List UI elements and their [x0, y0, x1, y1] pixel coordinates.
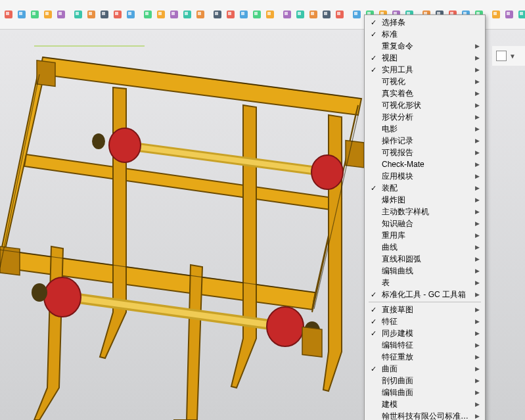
svg-marker-81 — [24, 154, 342, 211]
shell-button[interactable] — [194, 7, 206, 22]
menu-item-特征重放[interactable]: 特征重放▶ — [366, 351, 484, 363]
revolve-button[interactable] — [142, 7, 154, 22]
extrude-button[interactable] — [125, 7, 137, 22]
draft-button[interactable] — [212, 7, 223, 22]
new-button[interactable] — [3, 7, 14, 22]
svg-point-93 — [44, 277, 81, 317]
menu-item-编辑特征[interactable]: 编辑特征▶ — [366, 339, 484, 351]
wcs-button[interactable] — [351, 7, 363, 22]
right-panel-toggle[interactable]: ▼ — [492, 46, 525, 66]
submenu-arrow-icon: ▶ — [475, 197, 480, 203]
menu-item-建模[interactable]: 建模▶ — [366, 398, 484, 410]
svg-point-92 — [311, 155, 343, 189]
svg-marker-79 — [0, 66, 43, 273]
hole-button[interactable] — [155, 7, 167, 22]
checkmark-icon: ✓ — [369, 317, 378, 326]
submenu-arrow-icon: ▶ — [475, 126, 480, 132]
render-button[interactable] — [308, 7, 319, 22]
checkmark-icon: ✓ — [369, 18, 378, 27]
menu-item-操作记录[interactable]: 操作记录▶ — [366, 135, 484, 147]
menu-item-label: 剖切曲面 — [382, 375, 413, 386]
blend-button[interactable] — [168, 7, 180, 22]
submenu-arrow-icon: ▶ — [475, 389, 480, 396]
menu-item-电影[interactable]: 电影▶ — [366, 123, 484, 135]
wire-button[interactable] — [490, 7, 502, 22]
measure-button[interactable] — [281, 7, 293, 22]
pattern-button[interactable] — [238, 7, 250, 22]
menu-item-剖切曲面[interactable]: 剖切曲面▶ — [366, 375, 484, 386]
menu-item-标准化工具GC工具箱[interactable]: ✓标准化工具 - GC 工具箱▶ — [366, 289, 484, 300]
menu-item-重复命令[interactable]: 重复命令▶ — [366, 40, 484, 52]
menu-item-视图[interactable]: ✓视图▶ — [366, 52, 484, 64]
svg-rect-11 — [76, 12, 79, 15]
svg-marker-83 — [231, 105, 256, 388]
menu-item-形状分析[interactable]: 形状分析▶ — [366, 111, 484, 123]
menu-item-label: 直线和圆弧 — [382, 254, 421, 265]
submenu-arrow-icon: ▶ — [475, 306, 480, 313]
sketch-button[interactable] — [112, 7, 124, 22]
menu-item-选择条[interactable]: ✓选择条 — [366, 16, 484, 28]
menu-item-label: 重用库 — [382, 230, 405, 241]
checkmark-icon — [369, 89, 378, 98]
menu-item-装配[interactable]: ✓装配▶ — [366, 182, 484, 194]
menu-item-曲面[interactable]: ✓曲面▶ — [366, 363, 484, 375]
menu-item-可视化[interactable]: 可视化▶ — [366, 76, 484, 87]
mirror-button[interactable] — [225, 7, 237, 22]
menu-item-应用模块[interactable]: 应用模块▶ — [366, 170, 484, 182]
cut-button[interactable] — [72, 7, 84, 22]
submenu-arrow-icon: ▶ — [475, 102, 480, 108]
svg-rect-49 — [337, 12, 340, 15]
assembly-button[interactable] — [251, 7, 263, 22]
menu-item-直线和圆弧[interactable]: 直线和圆弧▶ — [366, 253, 484, 265]
menu-item-label: 建模 — [382, 399, 398, 410]
panel-icon — [496, 51, 507, 61]
analysis-button[interactable] — [294, 7, 306, 22]
svg-point-95 — [92, 133, 105, 149]
menu-item-同步建模[interactable]: ✓同步建模▶ — [366, 327, 484, 339]
checkmark-icon: ✓ — [369, 183, 378, 193]
submenu-arrow-icon: ▶ — [475, 55, 480, 61]
menu-item-编辑曲面[interactable]: 编辑曲面▶ — [366, 386, 484, 398]
menu-item-爆炸图[interactable]: 爆炸图▶ — [366, 194, 484, 206]
menu-item-主动数字样机[interactable]: 主动数字样机▶ — [366, 206, 484, 218]
menu-item-真实着色[interactable]: 真实着色▶ — [366, 87, 484, 99]
menu-item-重用库[interactable]: 重用库▶ — [366, 229, 484, 241]
menu-item-label: 形状分析 — [382, 112, 413, 123]
view-button[interactable] — [321, 7, 332, 22]
menu-item-表[interactable]: 表▶ — [366, 277, 484, 289]
paste-button[interactable] — [99, 7, 110, 22]
svg-rect-43 — [298, 12, 301, 15]
menu-item-实用工具[interactable]: ✓实用工具▶ — [366, 64, 484, 76]
layer-button[interactable] — [334, 7, 346, 22]
submenu-arrow-icon: ▶ — [475, 244, 480, 250]
section-button[interactable] — [516, 7, 525, 22]
menu-item-label: 可视报告 — [382, 147, 413, 158]
menu-separator — [369, 302, 481, 302]
checkmark-icon — [369, 231, 378, 240]
redo-button[interactable] — [55, 7, 67, 22]
menu-item-可视化形状[interactable]: 可视化形状▶ — [366, 99, 484, 111]
checkmark-icon — [369, 388, 378, 397]
menu-item-编辑曲线[interactable]: 编辑曲线▶ — [366, 265, 484, 277]
submenu-arrow-icon: ▶ — [475, 149, 480, 156]
menu-item-曲线[interactable]: 曲线▶ — [366, 241, 484, 253]
checkmark-icon — [369, 376, 378, 385]
open-button[interactable] — [16, 7, 28, 22]
menu-item-翰世科技有限公司标准件库工具条[interactable]: 翰世科技有限公司标准件库工具条▶ — [366, 410, 484, 420]
svg-rect-25 — [171, 12, 175, 15]
menu-item-CheckMate[interactable]: Check-Mate▶ — [366, 158, 484, 170]
svg-rect-23 — [158, 12, 162, 15]
menu-item-标准[interactable]: ✓标准 — [366, 28, 484, 40]
chamfer-button[interactable] — [181, 7, 193, 22]
hidden-button[interactable] — [503, 7, 515, 22]
copy-button[interactable] — [85, 7, 97, 22]
save-button[interactable] — [29, 7, 41, 22]
undo-button[interactable] — [42, 7, 54, 22]
svg-rect-19 — [128, 12, 131, 15]
menu-item-直接草图[interactable]: ✓直接草图▶ — [366, 304, 484, 315]
menu-item-可视报告[interactable]: 可视报告▶ — [366, 147, 484, 158]
menu-item-特征[interactable]: ✓特征▶ — [366, 315, 484, 327]
menu-item-知识融合[interactable]: 知识融合▶ — [366, 218, 484, 229]
constraint-button[interactable] — [264, 7, 276, 22]
toolbar-context-menu[interactable]: ✓选择条✓标准重复命令▶✓视图▶✓实用工具▶可视化▶真实着色▶可视化形状▶形状分… — [364, 14, 486, 420]
